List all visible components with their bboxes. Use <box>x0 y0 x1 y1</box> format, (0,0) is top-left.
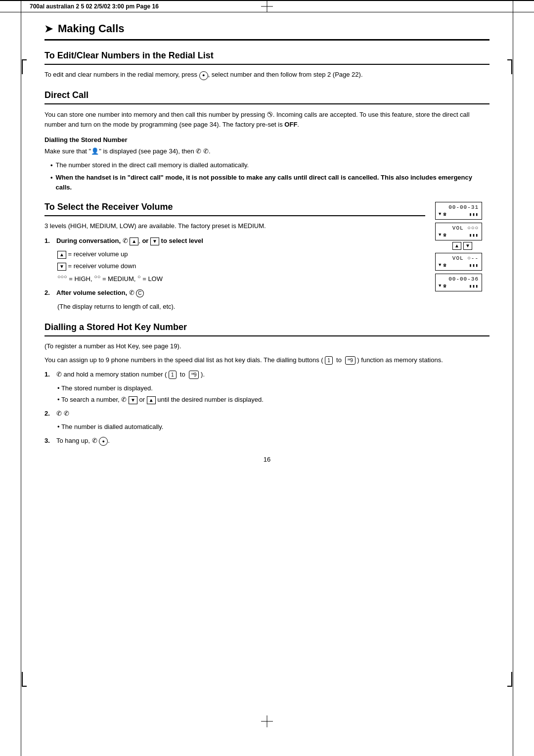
header-text: 700al australian 2 5 02 2/5/02 3:00 pm P… <box>30 3 159 10</box>
hotkey-step-1-bullet-1: • The stored number is displayed. <box>57 383 490 393</box>
handset-icon-vol2: ✆ <box>129 288 134 298</box>
display-3-battery: ▮▮▮ <box>469 263 479 268</box>
up-arrow-sub: ▲ <box>57 251 66 259</box>
display-4-icons: ▼ ☎ ▮▮▮ <box>439 283 479 289</box>
main-section-title: ➤ Making Calls <box>44 22 490 41</box>
handset-icon-hk2: ✆ <box>121 395 127 405</box>
hot-key-section: Dialling a Stored Hot Key Number (To reg… <box>44 322 490 446</box>
display-2-phone: ☎ <box>443 232 446 238</box>
display-2-arrow: ▼ <box>439 233 441 237</box>
bullet-symbol-2: • <box>50 173 53 192</box>
handset-icon-hk1: ✆ <box>56 370 62 379</box>
display-box-4: 00-00-36 ▼ ☎ ▮▮▮ <box>435 274 482 291</box>
right-bracket-bottom <box>507 672 512 687</box>
volume-displays: 00-00-31 ▼ ☎ ▮▮▮ VOL ○○○ ▼ ☎ ▮▮▮ <box>435 202 490 291</box>
direct-call-body: You can store one number into memory and… <box>44 109 490 130</box>
display-1-top: 00-00-31 <box>439 204 479 210</box>
vol-sub-1: ▲ = receiver volume up <box>57 249 425 259</box>
arrow-icon: ➤ <box>44 23 53 35</box>
display-box-1: 00-00-31 ▼ ☎ ▮▮▮ <box>435 202 482 220</box>
hotkey-step-1-bullet-2: • To search a number, ✆ ▼ or ▲ until the… <box>57 395 490 405</box>
right-border <box>513 0 513 756</box>
display-4-arrow: ▼ <box>439 284 441 288</box>
hotkey-step-2-bullet: • The number is dialled automatically. <box>57 422 490 432</box>
display-2-icons: ▼ ☎ ▮▮▮ <box>439 232 479 238</box>
header-bar: 700al australian 2 5 02 2/5/02 3:00 pm P… <box>0 0 534 12</box>
right-bracket-top <box>507 59 512 74</box>
redial-button-icon: ● <box>199 71 208 80</box>
dialling-stored-body: Make sure that "👤" is displayed (see pag… <box>44 146 490 156</box>
display-4-battery: ▮▮▮ <box>469 284 479 289</box>
display-1-arrow: ▼ <box>439 212 441 217</box>
handset-icon-3: ✆ <box>203 146 209 156</box>
edit-clear-heading: To Edit/Clear Numbers in the Redial List <box>44 50 490 65</box>
num-btn-1: 1 <box>325 356 333 365</box>
hotkey-step-2: 2. ✆ ✆ <box>44 409 490 419</box>
dialling-stored-subheading: Dialling the Stored Number <box>44 136 490 143</box>
handset-icon-hk4: ✆ <box>64 409 69 419</box>
display-4-top: 00-00-36 <box>439 276 479 282</box>
main-content: ➤ Making Calls To Edit/Clear Numbers in … <box>30 12 504 483</box>
vol-step-1: 1. During conversation, ✆ ▲, or ▼ to sel… <box>44 236 425 246</box>
vol-step-1-text: During conversation, ✆ ▲, or ▼ to select… <box>56 236 203 246</box>
page-container: 700al australian 2 5 02 2/5/02 3:00 pm P… <box>0 0 534 756</box>
left-bracket-top <box>22 59 27 74</box>
c-button-vol: C <box>136 289 143 297</box>
down-arrow-sub: ▼ <box>57 263 66 271</box>
left-border <box>21 0 21 756</box>
display-1-phone: ☎ <box>443 211 446 217</box>
edit-clear-body: To edit and clear numbers in the redial … <box>44 70 490 80</box>
hotkey-step-3-text: To hang up, ✆ ●. <box>56 436 110 446</box>
header-crosshair <box>261 0 273 12</box>
receiver-volume-section: 00-00-31 ▼ ☎ ▮▮▮ VOL ○○○ ▼ ☎ ▮▮▮ <box>44 202 490 311</box>
display-box-2: VOL ○○○ ▼ ☎ ▮▮▮ <box>435 223 482 240</box>
down-arrow-vol: ▼ <box>150 237 159 245</box>
hotkey-step-1-num: 1. <box>44 370 53 379</box>
hotkey-num-1: 1 <box>169 371 177 379</box>
display-2-wrapper: VOL ○○○ ▼ ☎ ▮▮▮ ▲ ▼ <box>435 223 490 250</box>
display-1-icons: ▼ ☎ ▮▮▮ <box>439 211 479 217</box>
direct-call-bullet-1: • The number stored in the direct call m… <box>50 160 490 170</box>
left-bracket-bottom <box>22 672 27 687</box>
hotkey-step-3: 3. To hang up, ✆ ●. <box>44 436 490 446</box>
hotkey-num-9: ᴹ9 <box>189 371 199 379</box>
direct-call-heading: Direct Call <box>44 90 490 104</box>
up-arrow-hk: ▲ <box>147 396 156 404</box>
direct-call-section: Direct Call You can store one number int… <box>44 90 490 192</box>
display-2-battery: ▮▮▮ <box>469 233 479 238</box>
display-1-battery: ▮▮▮ <box>469 212 479 217</box>
page-number: 16 <box>44 456 490 463</box>
vol-step-2-num: 2. <box>44 288 53 298</box>
hot-key-heading: Dialling a Stored Hot Key Number <box>44 322 490 336</box>
vol-text-area: To Select the Receiver Volume 3 levels (… <box>44 202 425 311</box>
hotkey-step-1-text: ✆ and hold a memory station number ( 1 t… <box>56 370 205 379</box>
num-btn-9: ᴹ9 <box>345 356 356 365</box>
vol-step-2-text: After volume selection, ✆ C <box>56 288 144 298</box>
handset-icon-hk5: ✆ <box>92 436 97 446</box>
handset-icon-2: ✆ <box>196 146 201 156</box>
hotkey-step-1: 1. ✆ and hold a memory station number ( … <box>44 370 490 379</box>
display-box-3: VOL ○-- ▼ ☎ ▮▮▮ <box>435 253 482 271</box>
direct-call-bullet-2: • When the handset is in "direct call" m… <box>50 173 490 192</box>
receiver-volume-body: 3 levels (HIGH, MEDIUM, LOW) are availab… <box>44 221 425 231</box>
hotkey-step-3-num: 3. <box>44 436 53 446</box>
vol-up-button: ▲ <box>452 242 461 250</box>
display-4-phone: ☎ <box>443 283 446 289</box>
bottom-crosshair-symbol <box>261 715 273 727</box>
display-3-icons: ▼ ☎ ▮▮▮ <box>439 262 479 268</box>
hot-key-body-1: (To register a number as Hot Key, see pa… <box>44 341 490 351</box>
bullet-symbol-1: • <box>50 160 53 170</box>
display-3-phone: ☎ <box>443 262 446 268</box>
vol-step-2-sub: (The display returns to length of call, … <box>57 302 425 312</box>
down-arrow-hk: ▼ <box>129 396 137 404</box>
edit-clear-section: To Edit/Clear Numbers in the Redial List… <box>44 50 490 80</box>
vol-step-1-num: 1. <box>44 236 53 246</box>
vol-arrow-buttons: ▲ ▼ <box>435 242 490 250</box>
end-call-button: ● <box>99 437 108 446</box>
hotkey-step-2-text: ✆ ✆ <box>56 409 69 419</box>
hotkey-step-2-num: 2. <box>44 409 53 419</box>
receiver-volume-heading: To Select the Receiver Volume <box>44 202 425 216</box>
up-arrow-vol: ▲ <box>130 237 138 245</box>
vol-step-2: 2. After volume selection, ✆ C <box>44 288 425 298</box>
handset-icon-hk3: ✆ <box>56 409 62 419</box>
